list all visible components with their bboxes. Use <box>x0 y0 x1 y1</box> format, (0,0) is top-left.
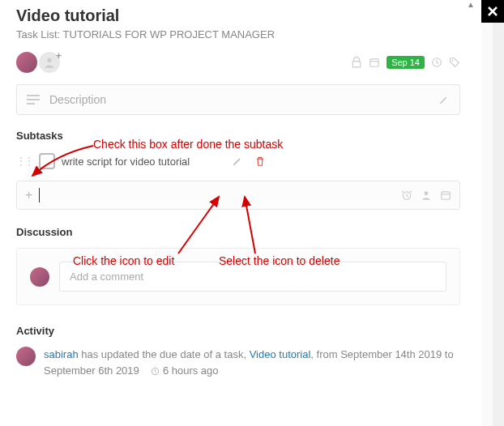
subtask-text: write script for video tutorial <box>62 155 225 168</box>
edit-subtask-button[interactable] <box>232 155 243 167</box>
drag-handle-icon[interactable]: ⋮⋮ <box>16 155 32 167</box>
close-icon <box>486 5 499 18</box>
plus-icon: + <box>25 188 32 202</box>
subtask-checkbox[interactable] <box>39 153 55 169</box>
svg-rect-10 <box>442 192 451 199</box>
new-subtask-input-row: + <box>16 181 460 210</box>
delete-subtask-button[interactable] <box>254 155 266 167</box>
header-row: + Sep 14 <box>16 52 460 73</box>
task-title: Video tutorial <box>16 6 460 25</box>
user-icon <box>43 56 56 69</box>
pencil-icon <box>232 155 243 167</box>
clock-icon[interactable] <box>431 57 442 68</box>
inner-scrollbar[interactable] <box>481 0 493 426</box>
scroll-up-arrow[interactable]: ▲ <box>465 0 476 11</box>
tasklist-name[interactable]: TUTORIALS FOR WP PROJECT MANAGER <box>63 28 275 40</box>
trash-icon <box>254 155 266 167</box>
activity-task-link[interactable]: Video tutorial <box>250 348 311 360</box>
privacy-icon[interactable] <box>351 57 362 68</box>
avatar <box>16 347 36 366</box>
pencil-icon[interactable] <box>438 94 450 105</box>
tag-icon[interactable] <box>449 57 460 68</box>
description-box[interactable]: Description <box>16 84 460 115</box>
calendar-icon[interactable] <box>440 190 451 201</box>
due-date-badge[interactable]: Sep 14 <box>387 56 425 69</box>
subtask-row: ⋮⋮ write script for video tutorial <box>16 150 460 173</box>
activity-heading: Activity <box>16 325 460 337</box>
outer-scrollbar[interactable] <box>493 0 504 426</box>
alarm-icon[interactable] <box>401 190 412 201</box>
svg-point-4 <box>452 60 454 62</box>
svg-rect-1 <box>370 59 379 66</box>
tasklist-breadcrumb: Task List: TUTORIALS FOR WP PROJECT MANA… <box>16 28 460 40</box>
discussion-heading: Discussion <box>16 226 72 238</box>
activity-text: has updated the due date of a task, <box>79 348 250 360</box>
description-icon <box>27 94 40 105</box>
assign-user-icon[interactable] <box>421 190 432 201</box>
meta-icons: Sep 14 <box>351 56 460 69</box>
activity-user[interactable]: sabirah <box>44 348 79 360</box>
comment-box: Add a comment <box>16 248 460 305</box>
subtask-actions <box>232 155 266 167</box>
new-subtask-input[interactable] <box>39 188 395 202</box>
tasklist-prefix: Task List: <box>16 28 63 40</box>
svg-point-9 <box>425 191 429 195</box>
comment-input[interactable]: Add a comment <box>59 262 446 292</box>
activity-time: 6 hours ago <box>163 364 219 377</box>
add-assignee-button[interactable]: + <box>39 52 60 73</box>
subtasks-heading: Subtasks <box>16 130 460 142</box>
clock-icon <box>151 367 160 376</box>
avatar[interactable] <box>16 52 37 73</box>
svg-point-0 <box>47 58 51 62</box>
description-placeholder: Description <box>49 93 106 106</box>
plus-icon: + <box>56 50 62 62</box>
activity-item: sabirah has updated the due date of a ta… <box>16 347 460 378</box>
calendar-icon[interactable] <box>369 57 380 68</box>
assignee-avatars: + <box>16 52 60 73</box>
task-modal: Video tutorial Task List: TUTORIALS FOR … <box>0 0 476 426</box>
avatar <box>30 267 49 287</box>
close-button[interactable] <box>481 0 504 23</box>
